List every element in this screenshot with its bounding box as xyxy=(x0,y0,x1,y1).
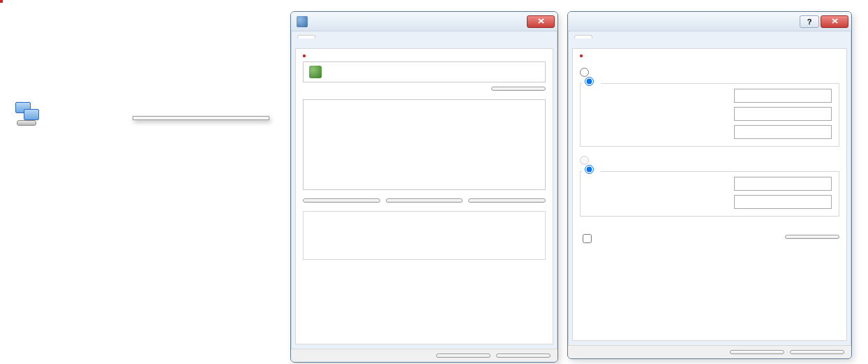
tab-network[interactable] xyxy=(297,35,315,38)
cancel-button[interactable] xyxy=(790,350,844,354)
confirm-on-exit-checkbox[interactable] xyxy=(583,234,592,243)
highlight-box-properties xyxy=(0,0,3,3)
install-button[interactable] xyxy=(303,198,380,203)
ok-button[interactable] xyxy=(436,354,491,358)
network-connection-item[interactable] xyxy=(14,99,147,130)
gw-field[interactable] xyxy=(734,125,832,139)
context-menu xyxy=(133,116,269,120)
radio-auto-dns xyxy=(580,155,839,166)
dns1-field[interactable] xyxy=(734,177,832,191)
mask-field[interactable] xyxy=(734,107,832,121)
window-icon xyxy=(297,16,308,27)
components-list[interactable] xyxy=(303,99,546,190)
radio-auto-dns-input xyxy=(580,156,589,165)
help-button[interactable]: ? xyxy=(800,15,819,28)
advanced-button[interactable] xyxy=(785,235,839,239)
uninstall-button xyxy=(386,198,463,203)
radio-manual-ip[interactable] xyxy=(582,77,601,86)
tab-general[interactable] xyxy=(574,35,592,38)
radio-manual-ip-input[interactable] xyxy=(585,77,594,86)
ipv4-properties-dialog: ? ✕ xyxy=(567,11,852,359)
dns2-field[interactable] xyxy=(734,195,832,209)
network-icon xyxy=(14,99,45,130)
radio-auto-ip[interactable] xyxy=(580,67,839,78)
confirm-on-exit[interactable] xyxy=(580,232,785,245)
cancel-button[interactable] xyxy=(496,354,551,358)
lan-properties-dialog: ✕ xyxy=(290,11,558,363)
dialog-client xyxy=(572,48,847,341)
adapter-box xyxy=(303,61,546,82)
titlebar: ✕ xyxy=(291,12,558,31)
radio-manual-dns-input[interactable] xyxy=(585,165,594,174)
component-properties-button[interactable] xyxy=(468,198,546,203)
dialog-client xyxy=(295,48,553,344)
radio-manual-dns[interactable] xyxy=(582,165,601,174)
close-button[interactable]: ✕ xyxy=(821,15,848,28)
adapter-icon xyxy=(309,66,322,78)
manual-ip-group xyxy=(580,83,839,147)
radio-auto-ip-input[interactable] xyxy=(580,68,589,77)
ip-field[interactable] xyxy=(734,89,832,103)
description-group xyxy=(303,211,546,260)
ok-button[interactable] xyxy=(730,350,784,354)
close-button[interactable]: ✕ xyxy=(527,15,555,28)
configure-button[interactable] xyxy=(491,87,546,91)
manual-dns-group xyxy=(580,171,839,217)
titlebar: ? ✕ xyxy=(568,12,851,31)
